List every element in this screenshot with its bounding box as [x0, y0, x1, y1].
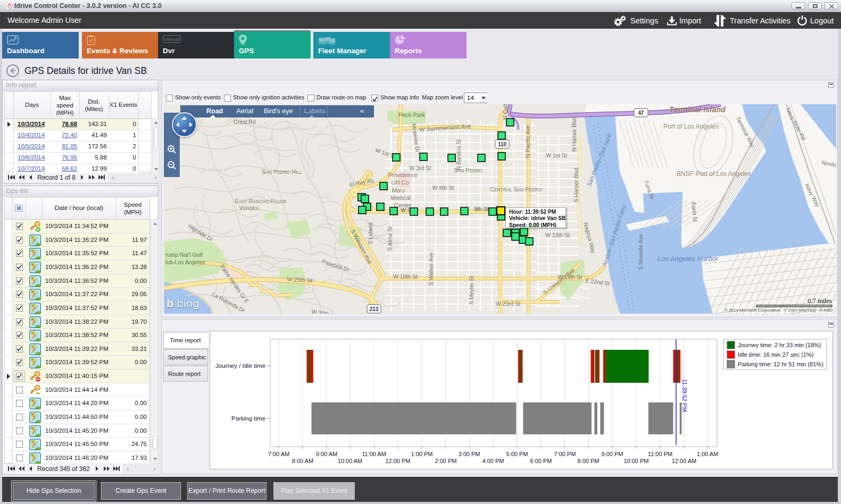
svg-text:47: 47: [638, 110, 644, 116]
svg-text:7:00 AM: 7:00 AM: [268, 451, 289, 457]
svg-text:12:00 PM: 12:00 PM: [385, 458, 410, 464]
svg-text:12:00 AM: 12:00 AM: [672, 458, 696, 464]
svg-text:lub-Los Angelas: lub-Los Angelas: [165, 259, 205, 265]
svg-text:Idle time: 16 min 27 sec (1%): Idle time: 16 min 27 sec (1%): [738, 351, 813, 358]
svg-text:Parking time: Parking time: [231, 415, 265, 422]
svg-text:5:00 PM: 5:00 PM: [506, 451, 528, 457]
svg-text:CENTRAL SAN PEDRO: CENTRAL SAN PEDRO: [490, 186, 542, 192]
svg-text:Mary: Mary: [392, 187, 405, 194]
svg-text:11:00 AM: 11:00 AM: [362, 451, 386, 457]
svg-text:BNSF-Port of Los Angeles: BNSF-Port of Los Angeles: [677, 170, 751, 178]
svg-text:1:00 PM: 1:00 PM: [411, 451, 433, 457]
svg-text:S Leland: S Leland: [367, 222, 373, 245]
svg-text:9th St: 9th St: [474, 206, 489, 212]
svg-text:110: 110: [498, 141, 507, 147]
svg-text:Journey time: 2 hr 33 min (18%: Journey time: 2 hr 33 min (18%): [738, 342, 821, 348]
svg-text:Peck Park: Peck Park: [398, 112, 426, 118]
svg-text:213: 213: [370, 306, 379, 312]
svg-text:W 1st St: W 1st St: [546, 152, 567, 158]
svg-text:Providence: Providence: [388, 172, 417, 178]
svg-text:8:00 AM: 8:00 AM: [292, 458, 313, 464]
svg-text:Terminal Island: Terminal Island: [669, 105, 726, 114]
svg-text:S Walker Ave: S Walker Ave: [428, 253, 434, 286]
svg-text:MERGE: MERGE: [164, 37, 180, 42]
svg-text:N Gaff: N Gaff: [502, 104, 509, 120]
svg-text:W 25th St: W 25th St: [287, 276, 313, 284]
svg-text:Journey / Idle time: Journey / Idle time: [215, 363, 265, 369]
svg-text:9:00 AM: 9:00 AM: [316, 451, 337, 457]
svg-text:SAN PEDRO HILL: SAN PEDRO HILL: [262, 169, 302, 175]
svg-text:Crest Rd: Crest Rd: [234, 119, 256, 125]
svg-text:10:00 PM: 10:00 PM: [623, 458, 648, 464]
svg-text:S Seaside Ave: S Seaside Ave: [637, 234, 644, 270]
svg-text:11:39:52 PM: 11:39:52 PM: [681, 379, 688, 412]
svg-text:EAST RANCHO PALOS: EAST RANCHO PALOS: [235, 198, 287, 204]
svg-text:9:00 PM: 9:00 PM: [602, 451, 623, 457]
svg-text:Los Angeles Harbor: Los Angeles Harbor: [657, 255, 719, 263]
svg-text:N Bandini St: N Bandini St: [455, 139, 462, 170]
svg-text:W 3rd St: W 3rd St: [410, 165, 431, 171]
svg-text:4:00 PM: 4:00 PM: [482, 458, 504, 464]
svg-text:1:00 AM: 1:00 AM: [697, 451, 718, 457]
svg-text:W 13th St: W 13th St: [545, 232, 570, 238]
svg-text:rump Nat'l Golf: rump Nat'l Golf: [165, 251, 203, 258]
svg-text:8:00 PM: 8:00 PM: [578, 458, 599, 464]
svg-text:11:00 PM: 11:00 PM: [648, 451, 672, 457]
svg-text:S Harbor Blvd: S Harbor Blvd: [573, 167, 579, 203]
svg-text:W 19th St: W 19th St: [393, 273, 418, 280]
svg-text:Parking time: 12 hr 51 min (81: Parking time: 12 hr 51 min (81%): [738, 361, 823, 367]
svg-text:0.7 miles: 0.7 miles: [807, 297, 832, 305]
svg-text:S Alma St: S Alma St: [387, 226, 393, 251]
svg-text:Port of Los Angeles: Port of Los Angeles: [663, 123, 719, 130]
svg-text:N Pacific Ave: N Pacific Ave: [524, 125, 531, 158]
svg-text:3:00 PM: 3:00 PM: [459, 451, 480, 457]
svg-text:SAN PEDRO: SAN PEDRO: [454, 167, 482, 173]
svg-text:7:00 PM: 7:00 PM: [554, 451, 576, 457]
svg-text:6:00 PM: 6:00 PM: [530, 458, 552, 464]
svg-text:© 2014 Microsoft Corporation: © 2014 Microsoft Corporation © 2010 NAVT…: [725, 308, 832, 313]
svg-text:10:00 AM: 10:00 AM: [338, 458, 362, 464]
svg-text:N Harbor Blvd: N Harbor Blvd: [571, 116, 577, 152]
svg-text:S Meyler St: S Meyler St: [468, 276, 474, 305]
svg-text:W 6th St: W 6th St: [432, 184, 454, 191]
svg-text:Lit'l Co: Lit'l Co: [391, 179, 409, 186]
svg-text:W 23rd St: W 23rd St: [496, 300, 521, 307]
svg-text:VERDES: VERDES: [239, 205, 259, 211]
svg-text:Medical: Medical: [390, 195, 411, 201]
svg-text:2:00 PM: 2:00 PM: [435, 458, 457, 464]
